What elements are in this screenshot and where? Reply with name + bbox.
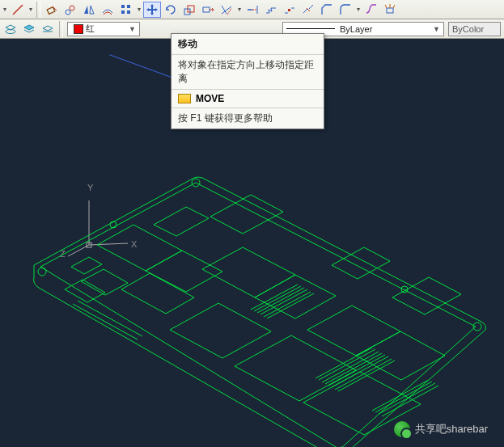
chevron-down-icon: ▼ [125, 25, 136, 33]
watermark-text: 共享吧sharebar [415, 422, 488, 436]
chevron-down-icon: ▼ [430, 25, 440, 33]
join-tool[interactable] [299, 2, 317, 18]
tooltip-description: 将对象在指定方向上移动指定距离 [172, 55, 324, 90]
move-tool[interactable] [143, 2, 161, 18]
fillet-tool[interactable] [337, 2, 354, 18]
svg-line-12 [222, 6, 227, 14]
svg-rect-18 [288, 9, 290, 11]
line-tool[interactable] [9, 2, 27, 18]
dropdown-arrow-icon[interactable]: ▾ [236, 6, 243, 13]
svg-point-28 [473, 323, 481, 331]
layer-tool-2[interactable] [20, 21, 38, 37]
dropdown-arrow-icon[interactable]: ▾ [355, 6, 362, 13]
svg-point-3 [66, 10, 70, 15]
dropdown-arrow-icon[interactable]: ▾ [136, 6, 142, 13]
break-tool[interactable] [262, 2, 280, 18]
rubber-band-line [109, 54, 178, 80]
tooltip-help: 按 F1 键获得更多帮助 [172, 108, 324, 129]
wechat-icon [394, 421, 410, 437]
layer-states-tool[interactable] [2, 21, 19, 37]
move-tooltip: 移动 将对象在指定方向上移动指定距离 MOVE 按 F1 键获得更多帮助 [171, 33, 324, 129]
erase-tool[interactable] [43, 2, 61, 18]
watermark: 共享吧sharebar [394, 421, 488, 437]
svg-rect-11 [203, 7, 210, 12]
color-name: 红 [86, 23, 95, 35]
svg-rect-7 [121, 11, 125, 14]
svg-rect-19 [387, 8, 393, 13]
command-icon [178, 94, 191, 103]
lineweight-combo[interactable]: ByColor [448, 22, 501, 36]
svg-line-0 [13, 5, 23, 15]
tooltip-command: MOVE [196, 93, 224, 104]
break-at-point-tool[interactable] [281, 2, 299, 18]
scale-tool[interactable] [180, 2, 198, 18]
color-swatch-icon [74, 24, 83, 34]
tooltip-title: 移动 [172, 34, 324, 55]
svg-rect-6 [127, 5, 130, 8]
explode-tool[interactable] [381, 2, 399, 18]
rotate-tool[interactable] [162, 2, 180, 18]
svg-point-26 [38, 268, 46, 276]
layer-tool-3[interactable] [39, 21, 57, 37]
offset-tool[interactable] [99, 2, 116, 18]
pcb-drawing [24, 168, 493, 447]
copy-tool[interactable] [61, 2, 79, 18]
array-tool[interactable] [117, 2, 135, 18]
linetype-label: ByLayer [340, 24, 372, 34]
lineweight-label: ByColor [452, 24, 484, 34]
modify-toolbar: ▾ ▾ ▾ ▾ [0, 0, 504, 19]
stretch-tool[interactable] [199, 2, 217, 18]
svg-rect-5 [121, 5, 125, 8]
mirror-tool[interactable] [80, 2, 98, 18]
dropdown-arrow-icon[interactable]: ▾ [28, 6, 34, 13]
extend-tool[interactable] [244, 2, 261, 18]
trim-tool[interactable] [218, 2, 235, 18]
toolbar-grip[interactable]: ▾ [2, 6, 8, 13]
svg-rect-8 [127, 11, 130, 14]
color-combo[interactable]: 红 ▼ [67, 22, 140, 36]
linetype-sample-icon [286, 28, 335, 29]
blend-curves-tool[interactable] [362, 2, 380, 18]
svg-point-4 [70, 6, 74, 11]
chamfer-tool[interactable] [318, 2, 336, 18]
